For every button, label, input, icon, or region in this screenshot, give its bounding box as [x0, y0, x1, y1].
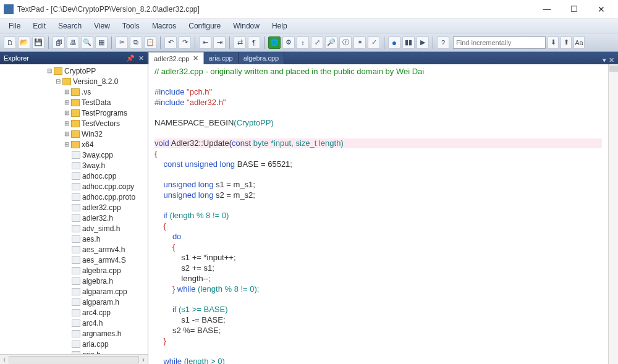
menu-configure[interactable]: Configure	[182, 20, 227, 32]
close-tab-icon[interactable]: ✕	[193, 54, 198, 62]
tree-version[interactable]: ⊟Version_8.2.0	[54, 76, 148, 87]
menu-macros[interactable]: Macros	[146, 20, 182, 32]
tree-file[interactable]: arc4.h	[72, 318, 148, 328]
help-icon[interactable]: ?	[437, 36, 449, 49]
toolbar-separator	[264, 36, 265, 49]
tab-aria[interactable]: aria.cpp	[204, 52, 239, 64]
menu-edit[interactable]: Edit	[27, 20, 52, 32]
app-icon	[4, 4, 14, 14]
tool-d-icon[interactable]: ✶	[353, 36, 366, 49]
print-icon[interactable]: 🖶	[67, 36, 79, 49]
tree-folder[interactable]: ⊞TestVectors	[63, 118, 148, 129]
minimize-button[interactable]: —	[534, 2, 560, 16]
record-icon[interactable]: ●	[388, 36, 400, 49]
tree-file[interactable]: adhoc.cpp.proto	[72, 192, 148, 202]
browser-icon[interactable]: 🌐	[268, 36, 281, 49]
menu-file[interactable]: File	[2, 20, 27, 32]
explorer-tree[interactable]: ⊟CryptoPP ⊟Version_8.2.0 ⊞.vs ⊞TestData …	[0, 64, 148, 354]
tree-file[interactable]: 3way.h	[72, 160, 148, 171]
tree-folder[interactable]: ⊞TestPrograms	[63, 108, 148, 118]
match-case-button[interactable]: Aa	[574, 36, 585, 49]
new-file-icon[interactable]: 🗋	[4, 36, 16, 49]
toolbar-separator	[48, 36, 49, 49]
tree-file[interactable]: adhoc.cpp.copy	[72, 181, 148, 192]
pause-icon[interactable]: ▮▮	[402, 36, 415, 49]
print-preview-icon[interactable]: 🔍	[81, 36, 93, 49]
explorer-panel: Explorer 📌 ✕ ⊟CryptoPP ⊟Version_8.2.0 ⊞.…	[0, 52, 148, 364]
find-prev-icon[interactable]: ⬆	[561, 36, 572, 49]
word-wrap-icon[interactable]: ⇄	[234, 36, 246, 49]
play-icon[interactable]: ▶	[417, 36, 429, 49]
open-file-icon[interactable]: 📂	[18, 36, 30, 49]
save-icon[interactable]: 💾	[32, 36, 44, 49]
title-bar: TextPad - [C:\Dev\CryptoPP\Version_8.2.0…	[0, 0, 618, 19]
window-title: TextPad - [C:\Dev\CryptoPP\Version_8.2.0…	[17, 5, 534, 14]
tool-a-icon[interactable]: ⚙	[282, 36, 295, 49]
save-all-icon[interactable]: 🗐	[53, 36, 65, 49]
cut-icon[interactable]: ✂	[116, 36, 128, 49]
toolbar-separator	[384, 36, 384, 49]
menu-view[interactable]: View	[88, 20, 116, 32]
tree-file[interactable]: adhoc.cpp	[72, 171, 148, 181]
undo-icon[interactable]: ↶	[164, 36, 177, 49]
properties-icon[interactable]: ▦	[95, 36, 108, 49]
toolbar-separator	[111, 36, 112, 49]
editor-vscroll[interactable]	[608, 64, 618, 364]
tree-folder[interactable]: ⊞TestData	[63, 97, 148, 108]
tree-file[interactable]: algparam.cpp	[72, 286, 148, 297]
menu-window[interactable]: Window	[227, 20, 266, 32]
find-next-icon[interactable]: ⬇	[548, 36, 559, 49]
tree-folder[interactable]: ⊞.vs	[63, 87, 148, 97]
regex-icon[interactable]: ⓡ	[339, 36, 352, 49]
tree-root[interactable]: ⊟CryptoPP	[46, 66, 148, 76]
tree-file[interactable]: aes_armv4.S	[72, 255, 148, 265]
explorer-hscroll[interactable]: ‹ ›	[0, 354, 148, 364]
tree-file[interactable]: adler32.cpp	[72, 202, 148, 213]
explorer-header: Explorer 📌 ✕	[0, 52, 148, 64]
code-editor[interactable]: // adler32.cpp - originally written and …	[148, 64, 608, 364]
toolbar: 🗋 📂 💾 🗐 🖶 🔍 ▦ ✂ ⧉ 📋 ↶ ↷ ⇤ ⇥ ⇄ ¶ 🌐 ⚙ ↕ ⤢ …	[0, 33, 618, 52]
tree-file[interactable]: aria.cpp	[72, 339, 148, 349]
toolbar-separator	[229, 36, 230, 49]
tree-folder[interactable]: ⊞x64	[63, 139, 148, 150]
indent-left-icon[interactable]: ⇤	[199, 36, 211, 49]
pilcrow-icon[interactable]: ¶	[248, 36, 260, 49]
tree-file[interactable]: aes.h	[72, 234, 148, 244]
find-input[interactable]	[453, 36, 546, 49]
document-path: [C:\Dev\CryptoPP\Version_8.2.0\adler32.c…	[51, 5, 200, 14]
tree-file[interactable]: adv_simd.h	[72, 223, 148, 234]
close-panel-icon[interactable]: ✕	[138, 54, 144, 62]
tabstrip-dropdown-icon[interactable]: ▾	[603, 56, 606, 64]
tree-folder[interactable]: ⊞Win32	[63, 129, 148, 139]
menu-search[interactable]: Search	[52, 20, 88, 32]
maximize-button[interactable]: ☐	[561, 2, 587, 16]
redo-icon[interactable]: ↷	[179, 36, 191, 49]
indent-right-icon[interactable]: ⇥	[213, 36, 226, 49]
toolbar-separator	[160, 36, 161, 49]
tabstrip-close-icon[interactable]: ✕	[609, 56, 614, 64]
tab-adler32[interactable]: adler32.cpp✕	[148, 52, 204, 64]
tree-file[interactable]: aes_armv4.h	[72, 244, 148, 255]
tree-file[interactable]: argnames.h	[72, 328, 148, 339]
tree-file[interactable]: aria.h	[72, 349, 148, 354]
tree-file[interactable]: algparam.h	[72, 297, 148, 307]
find-icon[interactable]: 🔎	[325, 36, 337, 49]
copy-icon[interactable]: ⧉	[130, 36, 142, 49]
tool-c-icon[interactable]: ⤢	[311, 36, 323, 49]
tool-b-icon[interactable]: ↕	[297, 36, 309, 49]
close-button[interactable]: ✕	[588, 2, 614, 16]
tree-file[interactable]: 3way.cpp	[72, 150, 148, 160]
menu-help[interactable]: Help	[266, 20, 294, 32]
tree-file[interactable]: algebra.cpp	[72, 265, 148, 276]
tree-file[interactable]: adler32.h	[72, 213, 148, 223]
tab-algebra[interactable]: algebra.cpp	[239, 52, 285, 64]
explorer-title: Explorer	[4, 54, 29, 62]
menu-bar: File Edit Search View Tools Macros Confi…	[0, 19, 618, 33]
menu-tools[interactable]: Tools	[116, 20, 146, 32]
tree-file[interactable]: algebra.h	[72, 276, 148, 286]
paste-icon[interactable]: 📋	[144, 36, 156, 49]
pin-icon[interactable]: 📌	[126, 54, 135, 62]
tree-file[interactable]: arc4.cpp	[72, 307, 148, 318]
editor-area: adler32.cpp✕ aria.cpp algebra.cpp ▾✕ // …	[148, 52, 618, 364]
spellcheck-icon[interactable]: ✓	[368, 36, 380, 49]
